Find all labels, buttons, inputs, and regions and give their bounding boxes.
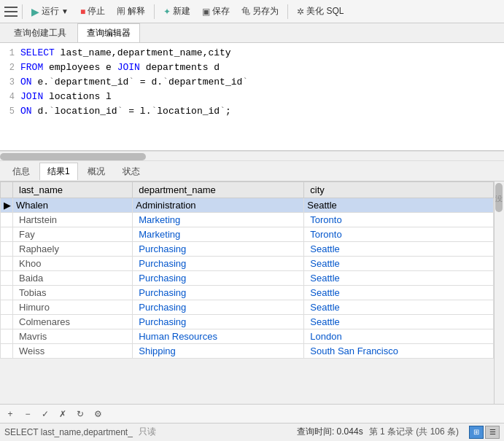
horizontal-scrollbar[interactable]	[0, 151, 504, 161]
status-time: 查询时间: 0.044s	[297, 426, 363, 438]
tab-result1[interactable]: 结果1	[39, 163, 78, 180]
table-cell: Seattle	[304, 286, 494, 300]
table-cell: Khoo	[13, 257, 133, 271]
result-table: last_name department_name city ▶WhalenAd…	[0, 182, 494, 359]
col-header-marker	[1, 182, 13, 198]
row-marker: ▶	[1, 198, 13, 213]
v-scroll-thumb[interactable]	[495, 183, 503, 212]
save-label: 保存	[212, 5, 230, 17]
tab-info[interactable]: 信息	[4, 163, 38, 180]
add-row-button[interactable]: +	[3, 407, 18, 421]
col-header-department-name[interactable]: department_name	[133, 182, 304, 198]
col-header-city[interactable]: city	[304, 182, 494, 198]
sql-editor[interactable]: 1 SELECT last_name,department_name,city …	[0, 43, 504, 151]
table-cell: Marketing	[133, 227, 304, 242]
save-icon: ▣	[202, 7, 210, 17]
list-view-button[interactable]: ☰	[485, 426, 500, 439]
table-row[interactable]: BaidaPurchasingSeattle	[1, 271, 494, 286]
row-marker	[1, 300, 13, 315]
status-query-text: SELECT last_name,department_	[4, 427, 133, 437]
confirm-button[interactable]: ✓	[38, 407, 53, 421]
table-row[interactable]: ▶WhalenAdministrationSeattle	[1, 198, 494, 213]
editor-line-2: 2 FROM employees e JOIN departments d	[0, 61, 504, 75]
table-cell: Human Resources	[133, 329, 304, 344]
table-cell: Shipping	[133, 344, 304, 359]
tab-info-label: 信息	[12, 166, 30, 176]
table-cell: Purchasing	[133, 257, 304, 271]
run-dropdown-icon: ▼	[61, 7, 69, 15]
table-cell: Raphaely	[13, 242, 133, 257]
beautify-icon: ✲	[297, 7, 304, 17]
new-label: 新建	[173, 5, 190, 17]
table-cell: Seattle	[304, 300, 494, 315]
table-cell: Fay	[13, 227, 133, 242]
row-marker	[1, 242, 13, 257]
table-row[interactable]: KhooPurchasingSeattle	[1, 257, 494, 271]
refresh-button[interactable]: ↻	[73, 407, 88, 421]
h-scroll-thumb[interactable]	[0, 153, 146, 160]
table-row[interactable]: FayMarketingToronto	[1, 227, 494, 242]
editor-line-4: 4 JOIN locations l	[0, 90, 504, 104]
table-row[interactable]: ColmenaresPurchasingSeattle	[1, 315, 494, 329]
table-row[interactable]: WeissShippingSouth San Francisco	[1, 344, 494, 359]
tab-query-create-label: 查询创建工具	[14, 28, 66, 38]
table-row[interactable]: HimuroPurchasingSeattle	[1, 300, 494, 315]
main-toolbar: ▶ 运行 ▼ ■ 停止 阐 解释 ✦ 新建 ▣ 保存 龟 另存为 ✲ 美化 SQ…	[0, 0, 504, 23]
result-tab-bar: 信息 结果1 概况 状态	[0, 161, 504, 182]
tab-query-create[interactable]: 查询创建工具	[4, 23, 76, 42]
line-content-5: ON d.`location_id` = l.`location_id`;	[20, 104, 504, 119]
tab-query-editor[interactable]: 查询编辑器	[77, 23, 140, 42]
new-button[interactable]: ✦ 新建	[159, 4, 195, 19]
row-marker	[1, 271, 13, 286]
save-button[interactable]: ▣ 保存	[198, 4, 234, 19]
line-content-3: ON e.`department_id` = d.`department_id`	[20, 75, 504, 90]
line-num-5: 5	[0, 104, 20, 119]
col-header-last-name[interactable]: last_name	[13, 182, 133, 198]
settings-button[interactable]: ⚙	[90, 407, 105, 421]
row-marker	[1, 315, 13, 329]
data-area: last_name department_name city ▶WhalenAd…	[0, 182, 504, 404]
cancel-edit-button[interactable]: ✗	[55, 407, 70, 421]
table-cell: Seattle	[304, 271, 494, 286]
editor-line-1: 1 SELECT last_name,department_name,city	[0, 46, 504, 61]
tab-status[interactable]: 状态	[115, 163, 148, 180]
table-row[interactable]: TobiasPurchasingSeattle	[1, 286, 494, 300]
line-content-2: FROM employees e JOIN departments d	[20, 61, 504, 75]
remove-row-button[interactable]: −	[20, 407, 35, 421]
beautify-button[interactable]: ✲ 美化 SQL	[292, 4, 348, 19]
row-marker	[1, 213, 13, 227]
stop-button[interactable]: ■ 停止	[76, 4, 109, 19]
table-row[interactable]: HartsteinMarketingToronto	[1, 213, 494, 227]
table-cell: Colmenares	[13, 315, 133, 329]
table-cell: Seattle	[304, 257, 494, 271]
save-as-button[interactable]: 龟 另存为	[237, 4, 283, 19]
table-cell: Purchasing	[133, 300, 304, 315]
table-cell: Marketing	[133, 213, 304, 227]
line-num-4: 4	[0, 90, 20, 104]
tab-query-editor-label: 查询编辑器	[87, 28, 131, 38]
row-marker	[1, 329, 13, 344]
tab-overview[interactable]: 概况	[80, 163, 113, 180]
run-button[interactable]: ▶ 运行 ▼	[27, 4, 73, 19]
vertical-scrollbar[interactable]: 没	[494, 182, 504, 404]
table-cell: Baida	[13, 271, 133, 286]
grid-view-button[interactable]: ⊞	[469, 426, 484, 439]
run-icon: ▶	[31, 6, 39, 17]
table-cell: Toronto	[304, 213, 494, 227]
table-cell: Himuro	[13, 300, 133, 315]
table-cell: Seattle	[304, 198, 494, 213]
separator-3	[287, 4, 288, 19]
table-cell: Mavris	[13, 329, 133, 344]
table-cell: Purchasing	[133, 242, 304, 257]
explain-button[interactable]: 阐 解释	[112, 4, 150, 19]
table-row[interactable]: RaphaelyPurchasingSeattle	[1, 242, 494, 257]
table-cell: Purchasing	[133, 271, 304, 286]
table-row[interactable]: MavrisHuman ResourcesLondon	[1, 329, 494, 344]
line-content-4: JOIN locations l	[20, 90, 504, 104]
table-cell: Weiss	[13, 344, 133, 359]
bottom-toolbar: + − ✓ ✗ ↻ ⚙	[0, 404, 504, 423]
save-as-label: 另存为	[252, 5, 279, 17]
hamburger-menu-icon[interactable]	[4, 7, 18, 17]
table-cell: Administration	[133, 198, 304, 213]
editor-line-3: 3 ON e.`department_id` = d.`department_i…	[0, 75, 504, 90]
